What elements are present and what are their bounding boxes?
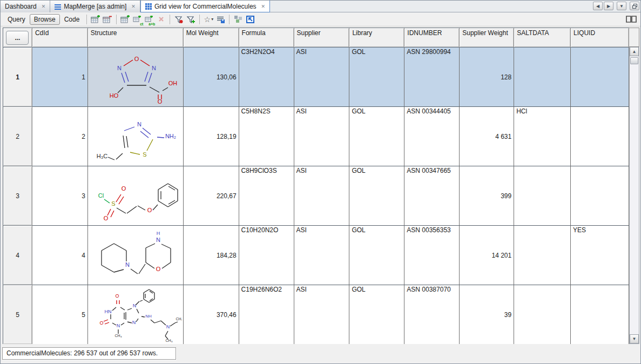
form-layout-button[interactable] xyxy=(232,14,244,25)
cell-saltdata[interactable] xyxy=(514,226,571,285)
cell-library[interactable]: GOL xyxy=(349,48,404,107)
remove-data-tree-button[interactable] xyxy=(102,14,113,25)
cell-structure[interactable]: NSNH₂H₃C xyxy=(88,107,184,166)
row-header-2[interactable]: 2 xyxy=(3,107,32,166)
cell-library[interactable]: GOL xyxy=(349,166,404,226)
cell-mol_weight[interactable]: 370,46 xyxy=(184,285,239,345)
tab-grid-view[interactable]: Grid view for CommercialMolecules xyxy=(140,1,270,12)
close-icon[interactable] xyxy=(42,4,46,9)
app-window: { "tabs": [ {"label": "Dashboard", "acti… xyxy=(0,0,641,364)
cell-supplier[interactable]: ASI xyxy=(294,48,350,107)
cell-cdid[interactable]: 3 xyxy=(32,166,88,226)
scroll-tabs-right-button[interactable]: ▶ xyxy=(604,2,613,10)
column-header-supplier-weight[interactable]: Supplier Weight xyxy=(460,28,514,48)
cell-liquid[interactable] xyxy=(571,166,629,226)
cell-supplier[interactable]: ASI xyxy=(294,107,350,166)
cell-liquid[interactable] xyxy=(571,107,629,166)
column-header-formula[interactable]: Formula xyxy=(239,28,294,48)
cell-supplier_weight[interactable]: 14 201 xyxy=(460,226,514,285)
cell-liquid[interactable] xyxy=(571,48,629,107)
svg-text:NH₂: NH₂ xyxy=(165,133,176,139)
cell-supplier_weight[interactable]: 128 xyxy=(460,48,514,107)
cell-formula[interactable]: C3H2N2O4 xyxy=(239,48,294,107)
tab-list-dropdown-button[interactable]: ▼ xyxy=(617,2,626,10)
cell-library[interactable]: GOL xyxy=(349,226,404,285)
cell-mol_weight[interactable]: 130,06 xyxy=(184,48,239,107)
cell-mol_weight[interactable]: 184,28 xyxy=(184,226,239,285)
column-header-structure[interactable]: Structure xyxy=(88,28,184,48)
export-button[interactable] xyxy=(244,14,256,25)
cell-supplier[interactable]: ASI xyxy=(294,285,350,345)
column-header-liquid[interactable]: LIQUID xyxy=(571,28,629,48)
cell-idnumber[interactable]: ASN 00344405 xyxy=(404,107,460,166)
column-header-supplier[interactable]: Supplier xyxy=(294,28,350,48)
cell-formula[interactable]: C5H8N2S xyxy=(239,107,294,166)
edit-filter-button[interactable] xyxy=(173,14,185,25)
cell-structure[interactable]: HNOONCH₃NNNHNCH₃CH₃ xyxy=(88,285,184,345)
close-icon[interactable] xyxy=(261,4,266,9)
cell-supplier[interactable]: ASI xyxy=(294,166,350,226)
cell-supplier_weight[interactable]: 4 631 xyxy=(460,107,514,166)
add-ct-view-button[interactable]: ct xyxy=(131,14,143,25)
add-ab-view-button[interactable]: a+b xyxy=(143,14,155,25)
scroll-up-button[interactable]: ▲ xyxy=(630,47,639,56)
cell-idnumber[interactable]: ASN 00347665 xyxy=(404,166,460,226)
tab-dashboard[interactable]: Dashboard xyxy=(1,1,50,12)
cell-idnumber[interactable]: ASN 00356353 xyxy=(404,226,460,285)
cell-structure[interactable]: ClSOOO xyxy=(88,166,184,226)
row-header-3[interactable]: 3 xyxy=(3,166,32,226)
cell-formula[interactable]: C19H26N6O2 xyxy=(239,285,294,345)
add-grid-view-button[interactable] xyxy=(119,14,131,25)
add-filter-button[interactable] xyxy=(185,14,197,25)
cell-cdid[interactable]: 1 xyxy=(32,48,88,107)
cell-saltdata[interactable] xyxy=(514,166,571,226)
cell-saltdata[interactable]: HCl xyxy=(514,107,571,166)
cell-cdid[interactable]: 2 xyxy=(32,107,88,166)
column-chooser-button[interactable]: ... xyxy=(6,31,29,45)
cell-cdid[interactable]: 5 xyxy=(32,285,88,345)
cell-liquid[interactable] xyxy=(571,285,629,345)
cell-cdid[interactable]: 4 xyxy=(32,226,88,285)
row-header-1[interactable]: 1 xyxy=(3,48,32,107)
cell-formula[interactable]: C10H20N2O xyxy=(239,226,294,285)
favorites-button[interactable]: ☆ ▾ xyxy=(203,14,214,25)
column-header-idnumber[interactable]: IDNUMBER xyxy=(404,28,460,48)
scroll-down-button[interactable]: ▼ xyxy=(630,334,639,343)
row-header-4[interactable]: 4 xyxy=(3,226,32,285)
cell-saltdata[interactable] xyxy=(514,285,571,345)
cell-supplier[interactable]: ASI xyxy=(294,226,350,285)
add-data-tree-button[interactable] xyxy=(90,14,102,25)
mode-query-button[interactable]: Query xyxy=(3,14,30,25)
cell-idnumber[interactable]: ASN 00387070 xyxy=(404,285,460,345)
cell-formula[interactable]: C8H9ClO3S xyxy=(239,166,294,226)
cell-liquid[interactable]: YES xyxy=(571,226,629,285)
svg-text:Cl: Cl xyxy=(98,192,104,199)
mode-browse-button[interactable]: Browse xyxy=(30,14,60,25)
row-header-5[interactable]: 5 xyxy=(3,285,32,345)
scroll-tabs-left-button[interactable]: ◀ xyxy=(593,2,603,10)
cell-supplier_weight[interactable]: 399 xyxy=(460,166,514,226)
column-header-cdid[interactable]: CdId xyxy=(32,28,88,48)
mode-code-button[interactable]: Code xyxy=(60,14,84,25)
close-icon[interactable] xyxy=(131,4,136,9)
scrollbar-thumb[interactable] xyxy=(630,57,638,64)
open-book-button[interactable] xyxy=(625,14,638,25)
save-list-button[interactable] xyxy=(214,14,226,25)
export-arrow-icon xyxy=(246,15,255,24)
vertical-scrollbar[interactable]: ▲ ▼ xyxy=(629,47,639,344)
cell-idnumber[interactable]: ASN 29800994 xyxy=(404,48,460,107)
cell-structure[interactable]: NHNO xyxy=(88,226,184,285)
column-header-mol-weight[interactable]: Mol Weight xyxy=(184,28,239,48)
maximize-restore-button[interactable] xyxy=(630,2,639,10)
cell-supplier_weight[interactable]: 39 xyxy=(460,285,514,345)
cell-saltdata[interactable] xyxy=(514,48,571,107)
cell-structure[interactable]: ONNHOOHO xyxy=(88,48,184,107)
tab-mapmerge[interactable]: MapMerge [as admin] xyxy=(50,1,140,12)
column-header-library[interactable]: Library xyxy=(349,28,404,48)
column-header-saltdata[interactable]: SALTDATA xyxy=(514,28,571,48)
cell-mol_weight[interactable]: 128,19 xyxy=(184,107,239,166)
cell-mol_weight[interactable]: 220,67 xyxy=(184,166,239,226)
cell-library[interactable]: GOL xyxy=(349,107,404,166)
delete-view-button[interactable] xyxy=(155,14,167,25)
cell-library[interactable]: GOL xyxy=(349,285,404,345)
